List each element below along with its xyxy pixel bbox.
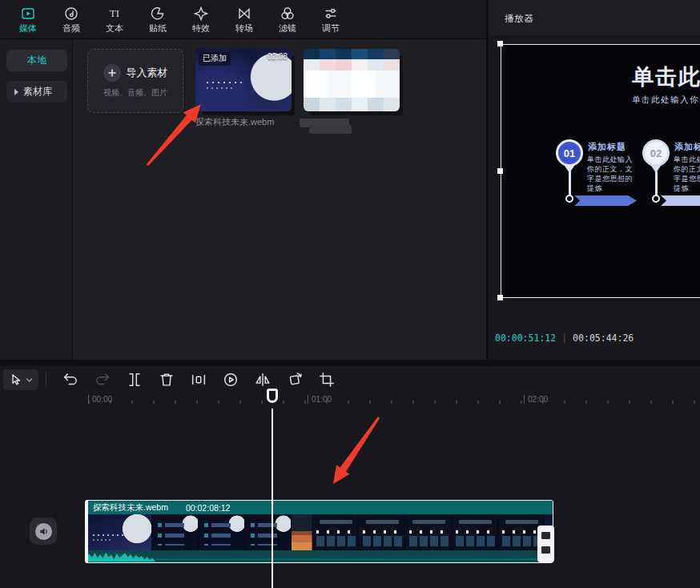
svg-text:TI: TI — [110, 7, 119, 19]
preview-resize-handle[interactable] — [497, 41, 503, 46]
speaker-icon — [35, 523, 52, 540]
sidebar-library-label: 素材库 — [23, 85, 52, 99]
tab-media[interactable]: 媒体 — [6, 0, 50, 38]
reverse-button[interactable] — [221, 370, 240, 389]
marker-chevron-banner — [574, 195, 637, 206]
ruler-ticks — [88, 401, 697, 404]
film-frame — [292, 514, 312, 550]
timeline-clip[interactable]: 探索科技未来.webm 00:02:08:12 — [86, 500, 553, 563]
chevron-down-icon — [26, 377, 33, 383]
sidebar-item-library[interactable]: 素材库 — [6, 81, 67, 103]
playhead-handle[interactable] — [267, 389, 278, 403]
film-frame — [152, 514, 199, 550]
tab-sticker[interactable]: 贴纸 — [136, 0, 179, 38]
player-header: 播放器 — [489, 0, 700, 35]
transition-icon — [236, 6, 252, 22]
ruler-label: 01:00 — [308, 395, 332, 404]
timeline-toolbar — [0, 368, 700, 392]
marker-dot — [565, 195, 573, 203]
track-mute-button[interactable] — [30, 518, 57, 545]
film-frame — [312, 514, 359, 550]
marker-body: 单击此处输入你的正文，文字是您思想的提炼 — [674, 155, 700, 193]
import-subtitle: 视频、音频、图片 — [103, 87, 167, 99]
media-icon — [20, 6, 36, 22]
marker-pin: 02 — [642, 139, 670, 167]
mosaic-row — [304, 49, 400, 59]
marker-pin: 01 — [556, 139, 583, 167]
ruler-label: 02:00 — [524, 395, 548, 404]
app-window: 媒体 音频 TI 文本 贴纸 特效 — [0, 0, 700, 588]
clip-audio-waveform — [86, 550, 553, 562]
clip-filmstrip — [86, 514, 553, 550]
freeze-frame-button[interactable] — [189, 370, 208, 389]
thumbnail-duration: 02:08 — [268, 52, 288, 61]
split-button[interactable] — [125, 370, 144, 389]
filter-icon — [280, 6, 296, 22]
marker-body: 单击此处输入你的正文，文字是您思想的提炼 — [587, 155, 634, 193]
timeline-panel: 00:00 01:00 02:00 探索科技未来.webm 00:02:08:1… — [0, 360, 700, 588]
marker-dot — [652, 195, 660, 203]
total-duration: 00:05:44:26 — [573, 332, 634, 344]
toolbar-divider — [46, 373, 46, 387]
effects-star-icon — [193, 6, 209, 22]
sidebar-item-local[interactable]: 本地 — [6, 50, 67, 71]
tab-adjust[interactable]: 调节 — [309, 0, 352, 38]
delete-button[interactable] — [157, 370, 176, 389]
import-title: 导入素材 — [127, 66, 168, 80]
film-frame — [452, 514, 498, 550]
tab-adjust-label: 调节 — [322, 24, 340, 33]
tab-text[interactable]: TI 文本 — [93, 0, 136, 38]
crop-button[interactable] — [317, 370, 336, 389]
mosaic-row — [304, 70, 400, 98]
marker-title: 添加标题 — [674, 141, 700, 153]
sidebar-local-label: 本地 — [27, 54, 46, 67]
preview-resize-handle[interactable] — [497, 168, 503, 174]
marker-title: 添加标题 — [588, 141, 626, 153]
tab-effects[interactable]: 特效 — [179, 0, 223, 38]
current-time: 00:00:51:12 — [495, 332, 556, 344]
censored-filename-block — [309, 125, 352, 134]
tab-filter[interactable]: 滤镜 — [266, 0, 309, 38]
preview-canvas[interactable]: 单击此处 单击此处输入你的 01 添加标题 单击此处输入你的正文，文字是您思想的… — [501, 44, 700, 298]
clip-trim-handle-left[interactable] — [85, 500, 88, 563]
clip-trim-handle-right[interactable] — [537, 526, 554, 562]
mosaic-row — [304, 59, 400, 70]
marker-line — [655, 171, 658, 197]
tab-audio[interactable]: 音频 — [50, 0, 93, 38]
cursor-icon — [10, 373, 22, 386]
clip-header: 探索科技未来.webm 00:02:08:12 — [86, 501, 553, 514]
film-frame — [245, 514, 292, 550]
media-thumbnail-video[interactable]: 已添加 02:08 — [195, 49, 292, 111]
timeline-ruler[interactable]: 00:00 01:00 02:00 — [0, 393, 700, 409]
film-frame — [405, 514, 452, 550]
film-frame — [359, 514, 405, 550]
marker-line — [569, 171, 571, 197]
added-badge: 已添加 — [199, 52, 231, 66]
mirror-button[interactable] — [253, 370, 272, 389]
preview-resize-handle[interactable] — [497, 295, 503, 300]
ruler-label: 00:00 — [88, 395, 112, 404]
preview-heading: 单击此处 — [632, 62, 700, 91]
film-frame — [86, 514, 152, 550]
marker-chevron-banner — [661, 195, 700, 206]
film-frame — [199, 514, 245, 550]
tab-transition[interactable]: 转场 — [223, 0, 266, 38]
plus-icon — [103, 64, 121, 82]
clip-filename: 探索科技未来.webm — [93, 502, 168, 513]
select-tool-button[interactable] — [3, 369, 38, 390]
import-material-button[interactable]: 导入素材 视频、音频、图片 — [87, 49, 183, 113]
tab-sticker-label: 贴纸 — [149, 24, 167, 33]
undo-button[interactable] — [61, 370, 80, 389]
time-separator: | — [561, 332, 567, 344]
sticker-icon — [150, 6, 166, 22]
media-sidebar: 本地 素材库 — [0, 39, 72, 360]
redo-button[interactable] — [93, 370, 112, 389]
tab-effects-label: 特效 — [192, 24, 210, 33]
tab-filter-label: 滤镜 — [279, 24, 296, 33]
clip-duration: 00:02:08:12 — [186, 503, 230, 513]
media-thumbnail-censored[interactable] — [304, 49, 400, 111]
media-panel: 导入素材 视频、音频、图片 已添加 02:08 探索科技未来.webm — [72, 39, 486, 360]
rotate-button[interactable] — [285, 370, 304, 389]
thumbnail-filename: 探索科技未来.webm — [195, 116, 300, 128]
expand-arrow-icon — [14, 89, 18, 95]
